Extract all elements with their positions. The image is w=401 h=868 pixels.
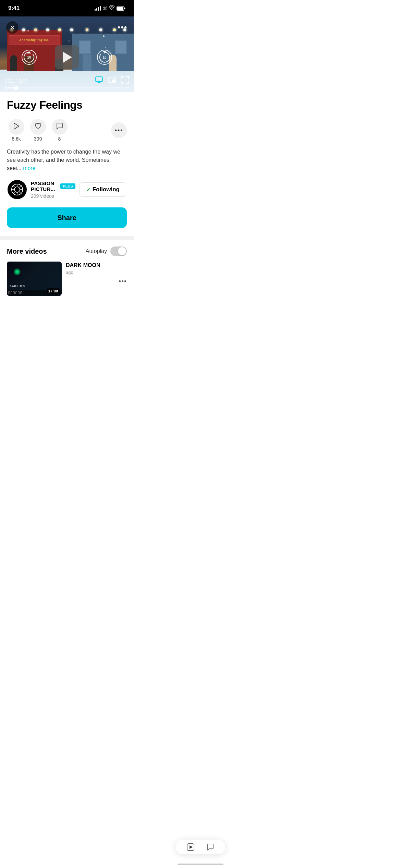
section-divider bbox=[0, 236, 134, 240]
video-card-info: DARK MOON ago ••• bbox=[66, 262, 127, 285]
time-and-icons-row: 0:21 / 3:47 bbox=[5, 76, 129, 85]
plus-badge: PLUS bbox=[60, 183, 75, 189]
more-options-button[interactable]: ••• bbox=[118, 23, 127, 32]
film-hole bbox=[15, 291, 17, 294]
airplay-button[interactable] bbox=[95, 76, 103, 85]
video-thumbnail[interactable]: DARK MO 17:00 bbox=[7, 262, 62, 296]
like-button[interactable] bbox=[30, 119, 46, 135]
channel-avatar[interactable] bbox=[8, 180, 27, 199]
video-bottom-controls: 0:21 / 3:47 bbox=[0, 76, 134, 92]
video-player[interactable]: Abernathy Toy Co. bbox=[0, 16, 134, 92]
wifi-icon: ⌘ bbox=[103, 5, 114, 11]
film-hole bbox=[13, 291, 15, 294]
film-hole bbox=[18, 291, 20, 294]
autoplay-section: Autoplay bbox=[86, 246, 127, 256]
thumbnail-glow bbox=[14, 268, 21, 275]
comments-stat: 8 bbox=[50, 119, 69, 142]
video-duration-badge: 17:00 bbox=[47, 288, 60, 294]
card-more-options-button[interactable]: ••• bbox=[119, 278, 127, 285]
play-icon bbox=[63, 52, 72, 63]
plays-count: 6.6k bbox=[12, 136, 21, 142]
replay-seconds: 10 bbox=[27, 56, 31, 59]
battery-icon bbox=[117, 6, 125, 11]
close-icon: ✕ bbox=[10, 24, 15, 31]
more-dots-icon: ••• bbox=[118, 23, 127, 32]
channel-avatar-icon bbox=[11, 183, 23, 196]
video-card: DARK MO 17:00 DARK MOON ago ••• bbox=[7, 262, 127, 301]
following-label: Following bbox=[93, 186, 120, 193]
check-icon: ✓ bbox=[86, 186, 90, 193]
svg-point-11 bbox=[14, 187, 20, 192]
comment-button[interactable] bbox=[52, 119, 68, 135]
replay-circle: 10 bbox=[22, 50, 37, 65]
play-stat-icon bbox=[13, 123, 20, 131]
video-action-icons bbox=[95, 76, 129, 85]
video-overlay: ✕ ••• 10 bbox=[0, 16, 134, 92]
comments-count: 8 bbox=[58, 136, 61, 142]
film-hole bbox=[8, 291, 10, 294]
svg-rect-8 bbox=[112, 80, 115, 82]
thumbnail-title-overlay: DARK MO bbox=[10, 282, 25, 288]
video-description: Creativity has the power to change the w… bbox=[7, 148, 127, 172]
stats-row: 6.6k 309 8 bbox=[7, 119, 127, 142]
time-display: 0:21 / 3:47 bbox=[5, 78, 27, 84]
more-options-icon: ••• bbox=[115, 127, 123, 134]
channel-info: PASSION PICTUR... PLUS 209 videos bbox=[31, 180, 75, 199]
skip-seconds: 10 bbox=[102, 56, 106, 59]
more-videos-header: More videos Autoplay bbox=[7, 246, 127, 256]
video-card-actions: ••• bbox=[66, 278, 127, 285]
video-top-bar: ✕ ••• bbox=[0, 16, 134, 38]
replay-10-button[interactable]: 10 bbox=[21, 49, 38, 66]
channel-row: PASSION PICTUR... PLUS 209 videos ✓ Foll… bbox=[7, 180, 127, 199]
play-stat-button[interactable] bbox=[9, 119, 24, 135]
fullscreen-button[interactable] bbox=[121, 76, 129, 85]
description-more-button[interactable]: more bbox=[23, 165, 35, 171]
channel-video-count: 209 videos bbox=[31, 193, 54, 199]
play-button[interactable] bbox=[55, 45, 79, 69]
film-hole bbox=[11, 291, 12, 294]
close-button[interactable]: ✕ bbox=[6, 21, 19, 34]
share-button[interactable]: Share bbox=[7, 207, 127, 228]
more-options-stats-button[interactable]: ••• bbox=[111, 122, 127, 138]
likes-count: 309 bbox=[34, 136, 42, 142]
svg-marker-9 bbox=[14, 123, 19, 129]
film-hole bbox=[20, 291, 22, 294]
video-center-controls: 10 10 bbox=[0, 45, 134, 69]
likes-stat: 309 bbox=[28, 119, 47, 142]
status-icons: ⌘ bbox=[95, 5, 125, 11]
status-bar: 9:41 ⌘ bbox=[0, 0, 134, 16]
video-title: Fuzzy Feelings bbox=[7, 99, 127, 111]
channel-name[interactable]: PASSION PICTUR... bbox=[31, 180, 58, 192]
svg-rect-1 bbox=[117, 7, 123, 10]
heart-icon bbox=[35, 123, 41, 131]
autoplay-label: Autoplay bbox=[86, 248, 107, 254]
pip-button[interactable] bbox=[108, 77, 116, 85]
video-card-title[interactable]: DARK MOON bbox=[66, 262, 127, 268]
toggle-knob bbox=[118, 247, 126, 255]
following-button[interactable]: ✓ Following bbox=[80, 182, 126, 197]
content-area: Fuzzy Feelings 6.6k 3 bbox=[0, 92, 134, 199]
svg-rect-2 bbox=[124, 8, 125, 9]
skip-circle: 10 bbox=[97, 50, 112, 65]
plays-stat: 6.6k bbox=[7, 119, 26, 142]
channel-name-row: PASSION PICTUR... PLUS bbox=[31, 180, 75, 192]
skip-10-button[interactable]: 10 bbox=[96, 49, 113, 66]
video-card-meta: ago bbox=[66, 270, 127, 275]
progress-thumb[interactable] bbox=[14, 86, 18, 90]
share-section: Share bbox=[0, 207, 134, 236]
status-time: 9:41 bbox=[8, 5, 20, 12]
signal-icon bbox=[95, 6, 101, 11]
more-videos-title: More videos bbox=[7, 248, 47, 255]
more-videos-section: More videos Autoplay DARK MO bbox=[0, 240, 134, 305]
autoplay-toggle[interactable] bbox=[110, 246, 127, 256]
progress-bar[interactable] bbox=[5, 87, 129, 88]
comment-icon bbox=[56, 123, 63, 131]
